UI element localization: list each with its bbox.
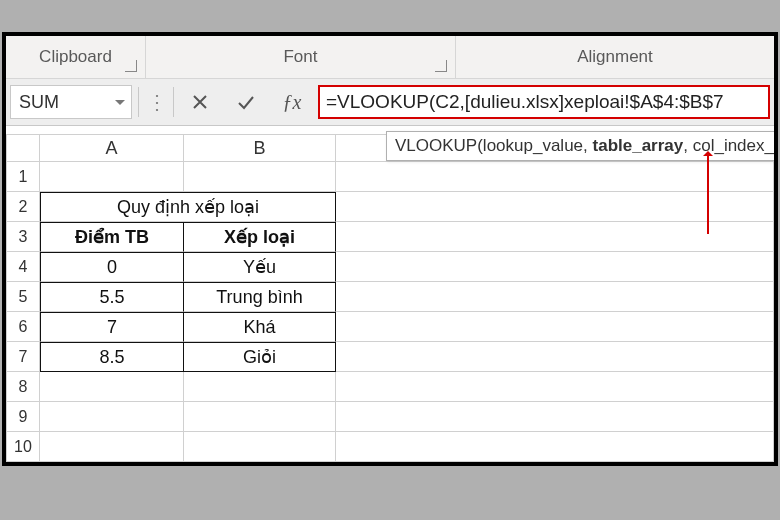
row-header[interactable]: 5	[6, 282, 40, 312]
cell[interactable]: Điểm TB	[40, 222, 184, 252]
cell[interactable]: 5.5	[40, 282, 184, 312]
grid-row: 10	[6, 432, 774, 462]
select-all-corner[interactable]	[6, 134, 40, 162]
dialog-launcher-icon[interactable]	[125, 60, 137, 72]
cell-text: Giỏi	[243, 346, 276, 368]
check-icon	[236, 92, 256, 112]
formula-input[interactable]: =VLOOKUP(C2,[dulieu.xlsx]xeploai!$A$4:$B…	[318, 85, 770, 119]
annotation-arrow	[707, 154, 709, 234]
x-icon	[190, 92, 210, 112]
cell-text: 7	[107, 317, 117, 338]
name-box[interactable]: SUM	[10, 85, 132, 119]
separator	[173, 87, 174, 117]
cell[interactable]	[40, 162, 184, 192]
grid-row: 8	[6, 372, 774, 402]
grid-row: 3 Điểm TB Xếp loại	[6, 222, 774, 252]
cell[interactable]	[184, 162, 336, 192]
expand-dots-icon[interactable]: ⋮	[145, 90, 167, 114]
cell-text: Điểm TB	[75, 226, 149, 248]
cell-text: 5.5	[99, 287, 124, 308]
row-header[interactable]: 6	[6, 312, 40, 342]
cell[interactable]: Xếp loại	[184, 222, 336, 252]
cell[interactable]	[336, 252, 774, 282]
cell[interactable]: Yếu	[184, 252, 336, 282]
formula-bar: SUM ⋮ ƒx =VLOOKUP(C2,[dulieu.xlsx]xeploa…	[6, 79, 774, 126]
tooltip-arg: lookup_value	[483, 136, 583, 155]
grid-row: 1	[6, 162, 774, 192]
grid-row: 6 7 Khá	[6, 312, 774, 342]
cell[interactable]	[336, 432, 774, 462]
cell[interactable]	[336, 402, 774, 432]
cell-text: Quy định xếp loại	[117, 196, 259, 218]
ribbon-groups: Clipboard Font Alignment	[6, 36, 774, 79]
function-tooltip: VLOOKUP(lookup_value, table_array, col_i…	[386, 131, 774, 161]
cell[interactable]	[336, 342, 774, 372]
cell[interactable]	[336, 312, 774, 342]
cell[interactable]: 7	[40, 312, 184, 342]
cell-text: Khá	[243, 317, 275, 338]
app-frame: Clipboard Font Alignment SUM ⋮	[2, 32, 778, 466]
row-header[interactable]: 4	[6, 252, 40, 282]
ribbon-group-clipboard[interactable]: Clipboard	[6, 36, 146, 78]
row-header[interactable]: 1	[6, 162, 40, 192]
enter-button[interactable]	[226, 85, 266, 119]
cell[interactable]: Khá	[184, 312, 336, 342]
cell-merged-title[interactable]: Quy định xếp loại	[40, 192, 336, 222]
dialog-launcher-icon[interactable]	[435, 60, 447, 72]
ribbon-group-font[interactable]: Font	[146, 36, 456, 78]
cell[interactable]	[40, 432, 184, 462]
spreadsheet-grid[interactable]: VLOOKUP(lookup_value, table_array, col_i…	[6, 126, 774, 462]
ribbon-group-label: Font	[283, 47, 317, 67]
ribbon-group-alignment[interactable]: Alignment	[456, 36, 774, 78]
row-header[interactable]: 10	[6, 432, 40, 462]
cell-text: Trung bình	[216, 287, 302, 308]
cell-text: 8.5	[99, 347, 124, 368]
column-header-A[interactable]: A	[40, 134, 184, 162]
cancel-button[interactable]	[180, 85, 220, 119]
row-header[interactable]: 7	[6, 342, 40, 372]
row-header[interactable]: 3	[6, 222, 40, 252]
cell[interactable]	[336, 282, 774, 312]
cell[interactable]	[184, 402, 336, 432]
fx-icon: ƒx	[283, 91, 302, 114]
cell[interactable]: Trung bình	[184, 282, 336, 312]
cell-text: Yếu	[243, 256, 276, 278]
column-header-B[interactable]: B	[184, 134, 336, 162]
grid-row: 9	[6, 402, 774, 432]
grid-rows: 1 2 Quy định xếp loại 3 Điểm TB Xếp loại	[6, 162, 774, 462]
cell-text: Xếp loại	[224, 226, 295, 248]
cell[interactable]	[184, 372, 336, 402]
row-header[interactable]: 8	[6, 372, 40, 402]
cell[interactable]	[184, 432, 336, 462]
name-box-value: SUM	[19, 92, 59, 113]
formula-text: =VLOOKUP(C2,[dulieu.xlsx]xeploai!$A$4:$B…	[326, 91, 724, 113]
cell[interactable]	[40, 372, 184, 402]
cell[interactable]	[40, 402, 184, 432]
separator	[138, 87, 139, 117]
cell-text: 0	[107, 257, 117, 278]
cell[interactable]	[336, 372, 774, 402]
app-inner: Clipboard Font Alignment SUM ⋮	[6, 36, 774, 462]
cell[interactable]: Giỏi	[184, 342, 336, 372]
grid-row: 2 Quy định xếp loại	[6, 192, 774, 222]
ribbon-group-label: Alignment	[577, 47, 653, 67]
tooltip-arg-active: table_array	[593, 136, 684, 155]
grid-row: 4 0 Yếu	[6, 252, 774, 282]
cell[interactable]: 0	[40, 252, 184, 282]
grid-row: 7 8.5 Giỏi	[6, 342, 774, 372]
grid-row: 5 5.5 Trung bình	[6, 282, 774, 312]
cell[interactable]: 8.5	[40, 342, 184, 372]
row-header[interactable]: 9	[6, 402, 40, 432]
row-header[interactable]: 2	[6, 192, 40, 222]
tooltip-fn: VLOOKUP(	[395, 136, 483, 155]
ribbon-group-label: Clipboard	[39, 47, 112, 67]
insert-function-button[interactable]: ƒx	[272, 85, 312, 119]
